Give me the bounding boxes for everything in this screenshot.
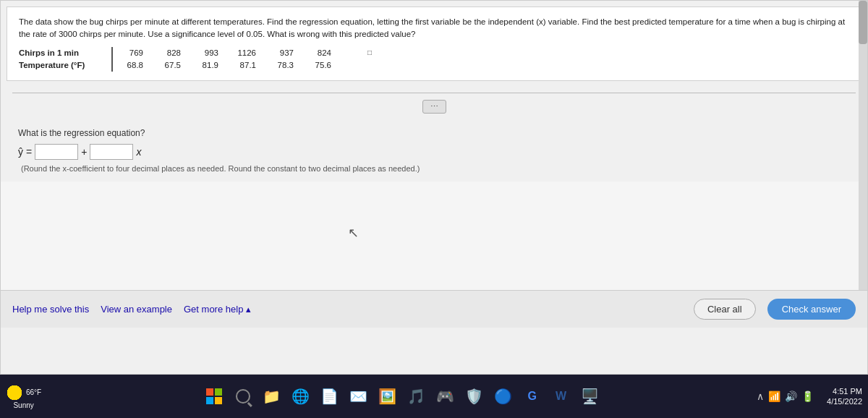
taskbar-mail-button[interactable]: ✉️ (346, 383, 372, 409)
chirp-val-4: 1126 (230, 47, 256, 59)
taskbar-date: 4/15/2022 (827, 397, 862, 406)
temp-val-3: 81.9 (192, 59, 218, 72)
temp-val-5: 78.3 (268, 59, 294, 72)
battery-icon[interactable]: 🔋 (801, 391, 814, 402)
temp-val-4: 87.1 (230, 59, 256, 72)
media-icon: 🎵 (407, 388, 425, 405)
coefficient-input[interactable] (90, 144, 133, 160)
wifi-icon[interactable]: 📶 (768, 391, 780, 402)
app-window: The data show the bug chirps per minute … (0, 0, 868, 375)
check-answer-button[interactable]: Check answer (767, 299, 856, 320)
taskbar-app1-button[interactable]: 🎮 (433, 383, 459, 409)
row-values-temp: 68.8 67.5 81.9 87.1 78.3 75.6 (117, 59, 331, 72)
cursor-indicator: ↖ (348, 225, 359, 241)
x-symbol: x (136, 146, 141, 158)
question-text: The data show the bug chirps per minute … (19, 16, 849, 41)
taskbar-search-button[interactable] (230, 383, 256, 409)
get-more-help-link[interactable]: Get more help ▴ (184, 304, 251, 315)
help-me-solve-link[interactable]: Help me solve this (12, 304, 89, 315)
row-values-chirps: 769 828 993 1126 937 824 □ (117, 47, 372, 59)
regression-question-label: What is the regression equation? (18, 128, 850, 138)
chirp-val-6: 824 (305, 47, 331, 59)
temp-val-2: 67.5 (155, 59, 181, 72)
taskbar-media-button[interactable]: 🎵 (404, 383, 430, 409)
taskbar-icons: 📁 🌐 📄 ✉️ 🖼️ 🎵 🎮 🛡️ (50, 383, 754, 409)
divider (12, 93, 856, 93)
copy-icon[interactable]: □ (346, 47, 372, 59)
chirp-val-1: 769 (117, 47, 143, 59)
temp-val-6: 75.6 (305, 59, 331, 72)
data-row-temp: Temperature (°F) 68.8 67.5 81.9 87.1 78.… (19, 59, 849, 72)
volume-icon[interactable]: 🔊 (785, 391, 797, 402)
view-example-link[interactable]: View an example (101, 304, 172, 315)
taskbar: 66°F Sunny 📁 🌐 📄 ✉️ (0, 375, 868, 418)
chevron-up-icon[interactable]: ∧ (757, 391, 764, 402)
chirp-val-3: 993 (192, 47, 218, 59)
constant-input[interactable] (35, 144, 78, 160)
taskbar-google-button[interactable]: G (519, 383, 545, 409)
file-explorer-icon: 📁 (263, 388, 281, 405)
windows-start-button[interactable] (201, 383, 227, 409)
data-table: Chirps in 1 min 769 828 993 1126 937 824… (19, 47, 849, 72)
desktop-icon: 🖥️ (581, 388, 599, 405)
weather-condition: Sunny (13, 401, 33, 409)
taskbar-time: 4:51 PM (833, 387, 862, 396)
taskbar-browser2-button[interactable]: 🔵 (490, 383, 516, 409)
taskbar-desktop-button[interactable]: 🖥️ (577, 383, 603, 409)
y-hat-symbol: ŷ (18, 146, 23, 158)
equation-line: ŷ = + x (18, 144, 850, 160)
clear-all-button[interactable]: Clear all (694, 299, 756, 320)
question-area: The data show the bug chirps per minute … (7, 7, 861, 81)
search-icon (236, 389, 250, 404)
notepad-icon: 📄 (320, 388, 339, 405)
taskbar-edge-button[interactable]: 🌐 (288, 383, 314, 409)
taskbar-photos-button[interactable]: 🖼️ (375, 383, 401, 409)
taskbar-sys-icons: ∧ 📶 🔊 🔋 (757, 391, 814, 402)
action-bar: Help me solve this View an example Get m… (1, 290, 867, 328)
taskbar-weather: 66°F Sunny (6, 384, 41, 409)
data-row-chirps: Chirps in 1 min 769 828 993 1126 937 824… (19, 47, 849, 59)
row-label-chirps: Chirps in 1 min (19, 47, 113, 59)
taskbar-right: 4:51 PM 4/15/2022 (827, 387, 862, 406)
windows-logo-icon (206, 388, 222, 404)
temp-val-1: 68.8 (117, 59, 143, 72)
browser2-icon: 🔵 (494, 388, 512, 405)
plus-symbol: + (81, 146, 87, 158)
row-label-temp: Temperature (°F) (19, 59, 113, 72)
scrollbar-thumb[interactable] (859, 1, 867, 44)
taskbar-file-explorer-button[interactable]: 📁 (259, 383, 285, 409)
word-icon: W (556, 390, 566, 403)
photos-icon: 🖼️ (378, 388, 396, 405)
chirp-val-5: 937 (268, 47, 294, 59)
weather-temp: 66°F (26, 388, 41, 396)
round-note: (Round the x-coefficient to four decimal… (21, 164, 850, 173)
expand-button[interactable]: ⋯ (422, 100, 446, 114)
edge-icon: 🌐 (292, 388, 310, 405)
taskbar-security-button[interactable]: 🛡️ (461, 383, 488, 409)
security-icon: 🛡️ (465, 388, 483, 405)
google-icon: G (527, 390, 536, 403)
taskbar-word-button[interactable]: W (548, 383, 574, 409)
scrollbar-track[interactable] (859, 1, 867, 328)
chirp-val-2: 828 (155, 47, 181, 59)
taskbar-notepad-button[interactable]: 📄 (317, 383, 343, 409)
weather-sun-icon (6, 384, 23, 401)
regression-area: What is the regression equation? ŷ = + x… (1, 119, 867, 182)
app1-icon: 🎮 (436, 388, 454, 405)
equals-symbol: = (26, 146, 32, 158)
mail-icon: ✉️ (349, 388, 367, 405)
